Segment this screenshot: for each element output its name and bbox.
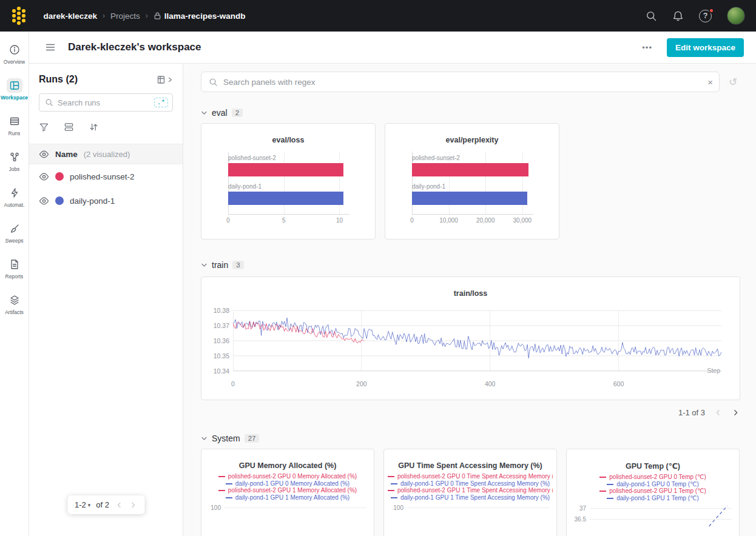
plot-area: 100 — [205, 505, 368, 536]
bar-series-label: daily-pond-1 — [228, 183, 349, 190]
breadcrumb-user[interactable]: darek-kleczek — [44, 12, 98, 21]
sidebar-item-jobs[interactable]: Jobs — [0, 146, 29, 176]
legend-item[interactable]: daily-pond-1 GPU 0 Memory Allocated (%) — [226, 481, 349, 487]
search-panels-input[interactable] — [223, 78, 702, 87]
visibility-all-icon[interactable] — [39, 149, 49, 159]
wandb-logo[interactable] — [8, 4, 29, 27]
sidebar-item-label: Overview — [4, 59, 25, 65]
section-system[interactable]: System 27 — [201, 434, 740, 443]
sort-icon[interactable] — [89, 122, 99, 132]
section-train[interactable]: train 3 — [201, 260, 740, 270]
legend-item[interactable]: polished-sunset-2 GPU 1 Time Spent Acces… — [388, 487, 553, 494]
visualized-note: (2 visualized) — [84, 150, 130, 159]
sidebar-item-automations[interactable]: Automat. — [0, 182, 29, 212]
legend-item[interactable]: daily-pond-1 GPU 0 Temp (℃) — [607, 481, 699, 488]
panel-gpu-time-accessing-memory[interactable]: GPU Time Spent Accessing Memory (%) poli… — [383, 449, 557, 536]
bell-icon[interactable] — [672, 10, 684, 22]
sidebar-item-overview[interactable]: Overview — [0, 39, 29, 69]
y-tick-label: 100 — [205, 504, 221, 511]
section-eval[interactable]: eval 2 — [201, 108, 740, 118]
panel-gpu-memory-allocated[interactable]: GPU Memory Allocated (%) polished-sunset… — [201, 449, 374, 536]
history-icon[interactable]: ↺ — [726, 76, 740, 89]
x-tick-label: 200 — [356, 380, 367, 387]
chevron-separator: › — [146, 12, 148, 20]
legend-marker — [607, 484, 613, 485]
top-navbar: darek-kleczek › Projects › llama-recipes… — [0, 0, 756, 32]
breadcrumb-projects[interactable]: Projects — [110, 12, 140, 21]
legend-item[interactable]: polished-sunset-2 GPU 0 Time Spent Acces… — [388, 474, 553, 480]
x-axis-ticks: 0510 — [228, 217, 349, 226]
legend-item[interactable]: polished-sunset-2 GPU 0 Memory Allocated… — [218, 474, 357, 480]
panel-eval-loss[interactable]: eval/loss polished-sunset-2daily-pond-1 … — [201, 123, 376, 240]
broom-icon — [7, 221, 22, 236]
legend-item[interactable]: daily-pond-1 GPU 1 Time Spent Accessing … — [391, 495, 550, 501]
legend-item[interactable]: polished-sunset-2 GPU 0 Temp (℃) — [599, 474, 706, 481]
search-runs-input[interactable] — [58, 98, 150, 107]
legend-item[interactable]: daily-pond-1 GPU 0 Time Spent Accessing … — [391, 481, 550, 487]
legend-item[interactable]: polished-sunset-2 GPU 1 Memory Allocated… — [218, 487, 357, 494]
breadcrumb-project[interactable]: llama-recipes-wandb — [154, 12, 246, 21]
sidebar-item-sweeps[interactable]: Sweeps — [0, 218, 29, 248]
edit-workspace-button[interactable]: Edit workspace — [667, 38, 744, 57]
visibility-icon[interactable] — [39, 196, 49, 206]
run-row-polished-sunset-2[interactable]: polished-sunset-2 — [29, 164, 183, 189]
bar-chart-area: polished-sunset-2daily-pond-1 — [412, 152, 533, 215]
sidebar-item-label: Automat. — [4, 202, 24, 208]
layers-icon — [7, 293, 22, 307]
gpu-temp-line-fragment — [590, 506, 732, 536]
bar-daily-pond-1[interactable] — [228, 192, 343, 205]
bar-polished-sunset-2[interactable] — [412, 163, 528, 176]
chevron-separator: › — [103, 12, 105, 20]
x-tick-label: 400 — [485, 380, 496, 387]
legend-item[interactable]: daily-pond-1 GPU 1 Temp (℃) — [607, 495, 699, 502]
filter-icon[interactable] — [39, 122, 49, 132]
clear-search-icon[interactable]: × — [707, 78, 713, 87]
next-page-button[interactable] — [731, 408, 740, 417]
y-tick-label: 37 — [570, 505, 586, 512]
legend-marker — [226, 483, 232, 484]
rows-per-page-dropdown[interactable]: 1-2 ▾ — [75, 500, 90, 509]
regex-toggle-button[interactable]: .* — [154, 98, 168, 107]
help-icon[interactable]: ? — [699, 10, 712, 22]
run-row-daily-pond-1[interactable]: daily-pond-1 — [29, 189, 183, 213]
bar-polished-sunset-2[interactable] — [228, 163, 343, 176]
visibility-icon[interactable] — [39, 172, 49, 182]
info-icon — [7, 42, 22, 57]
sidebar-item-artifacts[interactable]: Artifacts — [0, 289, 29, 320]
run-name: polished-sunset-2 — [70, 172, 135, 181]
panel-gpu-temp[interactable]: GPU Temp (℃) polished-sunset-2 GPU 0 Tem… — [566, 449, 740, 536]
chevron-down-icon — [201, 435, 208, 442]
panel-train-loss[interactable]: train/loss 10.3410.3510.3610.3710.38 020… — [201, 276, 740, 400]
panel-eval-perplexity[interactable]: eval/perplexity polished-sunset-2daily-p… — [385, 123, 559, 240]
section-count-badge: 3 — [232, 261, 243, 269]
section-name: eval — [212, 108, 228, 118]
legend-label: daily-pond-1 GPU 1 Memory Allocated (%) — [235, 495, 349, 501]
panel-search-box: × — [201, 72, 720, 92]
user-avatar[interactable] — [727, 7, 745, 25]
section-name: System — [212, 434, 240, 443]
legend-item[interactable]: daily-pond-1 GPU 1 Memory Allocated (%) — [226, 495, 349, 501]
prev-page-button[interactable] — [115, 501, 123, 509]
menu-icon[interactable] — [45, 42, 56, 53]
next-page-button[interactable] — [129, 501, 137, 509]
runs-search-box: .* — [39, 93, 173, 112]
chevron-down-icon — [201, 262, 208, 269]
runs-panel-title: Runs (2) — [39, 74, 78, 85]
sidebar-item-runs[interactable]: Runs — [0, 110, 29, 141]
search-icon[interactable] — [646, 10, 657, 22]
x-tick-label: 30,000 — [513, 217, 532, 224]
sidebar-item-workspace[interactable]: Workspace — [0, 75, 29, 105]
overflow-menu-icon[interactable]: ••• — [642, 43, 652, 52]
bar-daily-pond-1[interactable] — [412, 192, 527, 205]
sidebar-item-reports[interactable]: Reports — [0, 253, 29, 284]
y-tick-label: 100 — [388, 504, 403, 511]
notification-dot — [709, 8, 714, 13]
legend-item[interactable]: polished-sunset-2 GPU 1 Temp (℃) — [599, 488, 706, 495]
x-tick-label: 0 — [231, 380, 235, 387]
group-icon[interactable] — [64, 122, 74, 132]
legend: polished-sunset-2 GPU 0 Memory Allocated… — [201, 474, 374, 501]
prev-page-button[interactable] — [714, 408, 723, 417]
expand-runs-table-icon[interactable] — [157, 75, 173, 84]
chevron-down-icon — [201, 110, 208, 116]
bar-series-label: polished-sunset-2 — [228, 155, 349, 161]
